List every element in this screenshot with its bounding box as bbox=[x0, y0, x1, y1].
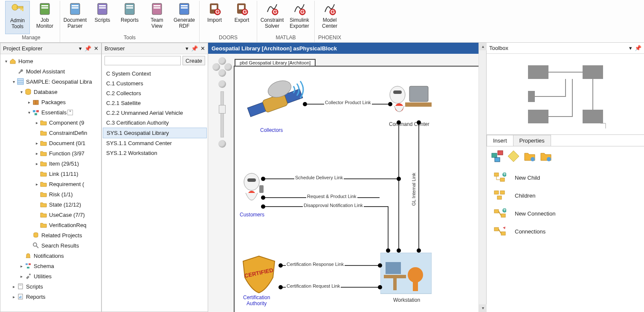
tree-twisty-icon[interactable]: ▾ bbox=[18, 90, 24, 94]
svg-rect-82 bbox=[528, 110, 548, 123]
toolbox-new_connection-item[interactable]: +New Connection bbox=[491, 204, 640, 222]
tree-item[interactable]: Notifications bbox=[1, 251, 100, 261]
toolbox-connections-item[interactable]: Connections bbox=[491, 222, 640, 240]
svg-rect-52 bbox=[18, 284, 23, 289]
ribbon-reports-button[interactable]: Reports bbox=[117, 1, 142, 34]
collectors-node-icon[interactable] bbox=[243, 79, 307, 126]
tree-item[interactable]: ▸Function (3/97 bbox=[1, 148, 100, 158]
browser-item[interactable]: C.2.2 Unmanned Aerial Vehicle bbox=[103, 108, 207, 118]
browser-item[interactable]: C.3 Certification Authority bbox=[103, 118, 207, 128]
ribbon-constraint_solver-button[interactable]: GConstraintSolver bbox=[260, 1, 284, 34]
toolbox-diamond-icon[interactable] bbox=[507, 150, 520, 163]
project-explorer-panel: Project Explorer ▾ 📌 ✕ ▾HomeModel Assist… bbox=[0, 43, 102, 312]
tree-item[interactable]: Risk (1/1) bbox=[1, 189, 100, 199]
tree-item-label: Link (11/11) bbox=[49, 171, 78, 177]
ribbon-admin_tools-button[interactable]: AdminTools bbox=[5, 1, 30, 34]
browser-search-input[interactable] bbox=[104, 56, 181, 65]
toolbox-children-item[interactable]: Children bbox=[491, 187, 640, 204]
browser-item[interactable]: C.2 Collectors bbox=[103, 88, 207, 98]
tree-item[interactable]: ▸Packages bbox=[1, 97, 100, 107]
tree-item[interactable]: ▸Component (9 bbox=[1, 117, 100, 128]
browser-item[interactable]: SYS.1.2 Workstation bbox=[103, 148, 207, 158]
tree-twisty-icon[interactable]: ▸ bbox=[18, 264, 24, 268]
diagram-canvas[interactable]: pbd Geospatial Library [Architoon] bbox=[208, 54, 479, 312]
browser-item[interactable]: C.2.1 Satellite bbox=[103, 98, 207, 108]
panel-menu-icon[interactable]: ▾ bbox=[79, 45, 82, 52]
tree-twisty-icon[interactable]: ▸ bbox=[34, 161, 40, 166]
ribbon-simulink_exporter-button[interactable]: GSimulinkExporter bbox=[287, 1, 312, 34]
svg-rect-93 bbox=[500, 178, 505, 181]
ribbon-job_monitor-button[interactable]: JobMonitor bbox=[32, 1, 57, 34]
browser-item[interactable]: C.1 Customers bbox=[103, 79, 207, 88]
tree-item[interactable]: ▾Essentials˅ bbox=[1, 107, 100, 117]
tree-item[interactable]: UseCase (7/7) bbox=[1, 210, 100, 220]
tree-twisty-icon[interactable]: ▾ bbox=[26, 110, 32, 115]
svg-rect-86 bbox=[492, 153, 497, 157]
tree-item[interactable]: Link (11/11) bbox=[1, 169, 100, 179]
browser-item[interactable]: SYS.1.1 Command Center bbox=[103, 138, 207, 148]
toolbox-new_child-item[interactable]: +New Child bbox=[491, 169, 640, 187]
toolbox-block-icon[interactable] bbox=[491, 150, 504, 163]
panel-menu-icon[interactable]: ▾ bbox=[629, 45, 632, 51]
tree-item[interactable]: ▸Reports bbox=[1, 292, 100, 302]
tree-twisty-icon[interactable]: ▸ bbox=[26, 100, 32, 105]
ribbon-import-button[interactable]: GImport bbox=[202, 1, 227, 34]
tree-twisty-icon[interactable]: ▸ bbox=[34, 141, 40, 146]
svg-rect-81 bbox=[528, 91, 535, 102]
tree-item[interactable]: ▸Requirement ( bbox=[1, 179, 100, 189]
browser-item[interactable]: C System Context bbox=[103, 69, 207, 79]
browser-create-button[interactable]: Create bbox=[183, 56, 205, 65]
canvas-vscrollbar[interactable]: ▴ ▾ bbox=[479, 43, 486, 312]
tree-item-label: ConstraintDefin bbox=[49, 130, 87, 136]
tree-item[interactable]: State (12/12) bbox=[1, 199, 100, 210]
constraint_solver-icon: G bbox=[265, 2, 279, 16]
svg-rect-15 bbox=[126, 7, 133, 9]
tree-twisty-icon[interactable]: ▸ bbox=[18, 274, 24, 279]
toolbox-tab-insert[interactable]: Insert bbox=[487, 135, 513, 146]
tree-twisty-icon[interactable]: ▾ bbox=[11, 79, 17, 84]
svg-rect-78 bbox=[413, 282, 418, 291]
ribbon-group-label: Manage bbox=[22, 35, 40, 42]
tree-twisty-icon[interactable]: ▸ bbox=[34, 182, 40, 187]
svg-rect-99 bbox=[500, 191, 505, 194]
close-icon[interactable]: ✕ bbox=[94, 45, 99, 52]
tree-item[interactable]: Related Projects bbox=[1, 230, 100, 240]
tree-item[interactable]: Search Results bbox=[1, 240, 100, 251]
pin-icon[interactable]: 📌 bbox=[635, 45, 641, 51]
diagram-sheet[interactable]: pbd Geospatial Library [Architoon] bbox=[234, 66, 479, 312]
tree-item[interactable]: ▸Schema bbox=[1, 261, 100, 271]
tree-twisty-icon[interactable]: ▸ bbox=[11, 295, 17, 299]
ribbon-model_center-button[interactable]: GModelCenter bbox=[317, 1, 342, 34]
ribbon-generate_rdf-button[interactable]: GenerateRDF bbox=[172, 1, 197, 34]
tree-item[interactable]: ▾Home bbox=[1, 56, 100, 66]
close-icon[interactable]: ✕ bbox=[200, 45, 205, 52]
tree-item[interactable]: ▸Item (29/51) bbox=[1, 158, 100, 169]
tree-twisty-icon[interactable]: ▸ bbox=[11, 284, 17, 289]
tree-item[interactable]: ▸Scripts bbox=[1, 281, 100, 292]
tree-item[interactable]: ▸Utilities bbox=[1, 271, 100, 281]
browser-item[interactable]: SYS.1 Geospatial Library bbox=[103, 128, 207, 138]
tree-item[interactable]: ▸Document (0/1 bbox=[1, 138, 100, 148]
ribbon-document_parser-button[interactable]: DocumentParser bbox=[63, 1, 87, 34]
tree-item[interactable]: ▾Database bbox=[1, 87, 100, 97]
tree-item[interactable]: Model Assistant bbox=[1, 66, 100, 76]
ribbon-scripts-button[interactable]: Scripts bbox=[90, 1, 115, 34]
panel-menu-icon[interactable]: ▾ bbox=[186, 45, 189, 52]
toolbox-folder1-icon[interactable] bbox=[523, 150, 536, 163]
pin-icon[interactable]: 📌 bbox=[84, 45, 91, 52]
browser-panel: Browser ▾ 📌 ✕ Create C System ContextC.1… bbox=[102, 43, 208, 312]
toolbox-tab-properties[interactable]: Properties bbox=[513, 135, 551, 146]
tree-item[interactable]: ConstraintDefin bbox=[1, 128, 100, 138]
tree-item[interactable]: VerificationReq bbox=[1, 220, 100, 230]
tree-twisty-icon[interactable]: ▸ bbox=[34, 120, 40, 125]
tree-item-label: Requirement ( bbox=[49, 181, 84, 187]
tree-item[interactable]: ▾SAMPLE: Geospatial Libra bbox=[1, 76, 100, 87]
cert-authority-node-icon[interactable]: CERTIFIED bbox=[240, 254, 278, 295]
workstation-node-icon[interactable] bbox=[380, 253, 432, 300]
ribbon-export-button[interactable]: GExport bbox=[229, 1, 254, 34]
toolbox-folder2-icon[interactable] bbox=[540, 150, 552, 163]
tree-twisty-icon[interactable]: ▾ bbox=[3, 59, 9, 64]
ribbon-team_view-button[interactable]: TeamView bbox=[145, 1, 169, 34]
tree-twisty-icon[interactable]: ▸ bbox=[34, 151, 40, 156]
pin-icon[interactable]: 📌 bbox=[191, 45, 198, 52]
